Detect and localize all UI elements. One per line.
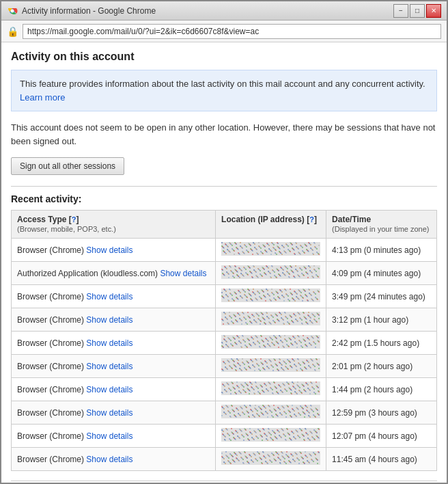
table-row: Authorized Application (kloudless.com) S…: [12, 262, 437, 285]
svg-rect-770: [229, 315, 230, 317]
svg-rect-777: [285, 316, 286, 317]
svg-rect-1563: [313, 414, 314, 416]
svg-rect-1003: [273, 335, 275, 336]
svg-rect-1974: [296, 457, 298, 459]
svg-rect-1175: [304, 366, 305, 368]
svg-rect-559: [305, 294, 306, 295]
show-details-link[interactable]: Show details: [86, 292, 132, 301]
svg-rect-288: [221, 269, 223, 270]
svg-rect-1993: [267, 454, 268, 455]
svg-rect-1807: [222, 433, 223, 435]
svg-rect-1164: [244, 367, 245, 368]
close-button[interactable]: ✕: [426, 4, 441, 18]
svg-rect-1179: [308, 365, 309, 366]
show-details-link[interactable]: Show details: [86, 245, 132, 255]
sign-out-button[interactable]: Sign out all other sessions: [11, 157, 124, 175]
svg-rect-156: [232, 248, 233, 250]
svg-rect-949: [316, 335, 317, 336]
svg-rect-575: [223, 288, 225, 290]
svg-rect-1569: [221, 406, 223, 407]
show-details-link[interactable]: Show details: [86, 408, 132, 418]
svg-rect-402: [240, 273, 242, 274]
svg-rect-162: [238, 252, 239, 254]
svg-rect-1205: [237, 362, 238, 364]
learn-more-link[interactable]: Learn more: [20, 92, 65, 103]
svg-rect-1784: [247, 438, 249, 440]
svg-rect-1800: [264, 433, 265, 434]
svg-rect-563: [309, 293, 310, 294]
svg-rect-1391: [282, 383, 283, 384]
svg-rect-1711: [221, 429, 223, 431]
svg-rect-715: [221, 319, 223, 320]
maximize-button[interactable]: □: [410, 4, 425, 18]
svg-rect-1447: [292, 405, 293, 406]
svg-rect-1568: [269, 409, 270, 411]
svg-rect-374: [309, 270, 311, 271]
svg-rect-1197: [229, 365, 230, 366]
svg-rect-1188: [268, 359, 270, 360]
svg-rect-1196: [277, 368, 278, 370]
show-details-link[interactable]: Show details: [86, 385, 132, 394]
svg-rect-1625: [231, 428, 232, 429]
svg-rect-998: [317, 340, 318, 341]
show-details-link[interactable]: Show details: [86, 338, 132, 348]
svg-rect-976: [294, 341, 296, 342]
title-bar-left: Activity information - Google Chrome: [7, 5, 156, 16]
url-input[interactable]: https://mail.google.com/mail/u/0/?ui=2&i…: [23, 24, 441, 39]
svg-rect-364: [299, 267, 300, 269]
svg-rect-1598: [300, 405, 301, 407]
svg-rect-964: [282, 345, 283, 347]
svg-rect-773: [281, 317, 282, 319]
svg-rect-1378: [318, 390, 319, 392]
title-bar-text: Activity information - Google Chrome: [22, 6, 156, 16]
svg-rect-1790: [253, 430, 255, 431]
svg-rect-1593: [246, 410, 247, 412]
svg-rect-1999: [273, 458, 275, 459]
ip-noise-graphic: [221, 381, 320, 395]
ip-address-cell: [216, 262, 326, 285]
svg-rect-1801: [313, 429, 315, 431]
svg-rect-1775: [287, 432, 288, 433]
access-type-text: Browser (Chrome): [17, 431, 86, 441]
svg-rect-21: [240, 242, 241, 243]
svg-rect-382: [318, 267, 319, 269]
svg-rect-1976: [298, 463, 300, 464]
svg-rect-764: [223, 323, 224, 325]
svg-rect-789: [297, 312, 298, 313]
ip-noise-graphic: [221, 242, 320, 256]
svg-rect-1984: [307, 460, 308, 461]
svg-rect-1997: [271, 453, 272, 454]
svg-rect-565: [311, 298, 312, 299]
svg-rect-971: [240, 346, 242, 347]
show-details-link[interactable]: Show details: [86, 431, 132, 441]
svg-rect-765: [272, 320, 274, 321]
svg-rect-570: [267, 293, 268, 295]
svg-rect-1767: [279, 435, 280, 436]
access-type-help-link[interactable]: ?: [72, 215, 76, 224]
location-help-link[interactable]: ?: [309, 215, 314, 224]
show-details-link[interactable]: Show details: [86, 362, 132, 371]
show-details-link[interactable]: Show details: [86, 315, 132, 325]
svg-rect-1797: [309, 431, 311, 432]
col-access-type-sub: (Browser, mobile, POP3, etc.): [17, 225, 116, 233]
svg-rect-762: [318, 318, 320, 319]
svg-rect-1590: [292, 408, 293, 409]
svg-rect-1766: [229, 438, 230, 440]
show-details-link[interactable]: Show details: [160, 269, 206, 278]
svg-rect-1567: [317, 413, 318, 414]
datetime-cell: 4:09 pm (4 minutes ago): [326, 262, 437, 285]
svg-rect-599: [248, 293, 249, 294]
ip-noise-graphic: [221, 405, 320, 418]
svg-rect-1996: [221, 456, 223, 457]
show-details-link[interactable]: Show details: [86, 455, 132, 464]
svg-rect-1574: [275, 414, 277, 415]
minimize-button[interactable]: −: [393, 4, 408, 18]
svg-rect-111: [234, 242, 236, 243]
svg-rect-1609: [262, 405, 264, 406]
svg-rect-776: [235, 319, 236, 321]
svg-rect-2005: [279, 462, 281, 463]
svg-rect-369: [255, 275, 257, 276]
svg-rect-1399: [290, 392, 292, 394]
svg-rect-574: [271, 292, 272, 293]
svg-rect-1233: [316, 381, 317, 383]
